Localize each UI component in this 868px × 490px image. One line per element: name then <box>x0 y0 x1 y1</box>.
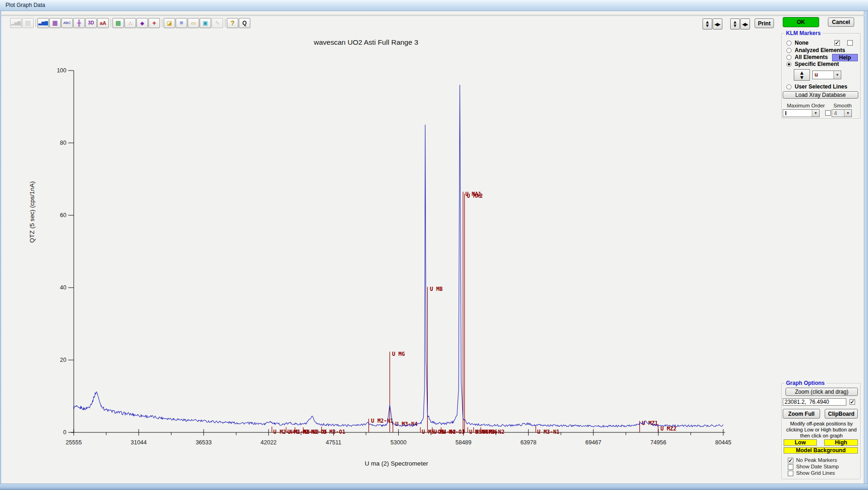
model-background-button[interactable]: Model Background <box>784 447 858 454</box>
radio-all-elements[interactable] <box>786 55 791 60</box>
klm-marker-label: U MB <box>430 286 443 292</box>
show-grid-lines-checkbox[interactable] <box>788 471 793 476</box>
none-checkbox-1[interactable] <box>834 40 840 46</box>
maximum-order-label: Maximum Order <box>787 103 825 108</box>
load-xray-database-button[interactable]: Load Xray Database <box>783 91 858 99</box>
plot-graph-data-window: Plot Graph Data ▂▅▇▤▃▆▇▦ABC╫3DaA▩∴◆+◪≡▭▣… <box>0 0 868 490</box>
x-tick-label: 80445 <box>715 439 732 446</box>
x-axis-label: U ma (2) Spectrometer <box>365 460 428 467</box>
show-grid-lines-label: Show Grid Lines <box>796 470 835 476</box>
x-tick-label: 63978 <box>520 439 537 446</box>
y-tick-label: 0 <box>63 429 66 436</box>
klm-marker-label: U M3-N2 <box>482 429 504 435</box>
radio-all-elements-label: All Elements <box>795 54 828 60</box>
clipboard-button[interactable]: ClipBoard <box>825 409 858 419</box>
spinner-arrows-icon: ▲▼ <box>799 71 805 80</box>
cursor-position-field[interactable] <box>783 398 846 406</box>
x-tick-label: 47511 <box>326 439 342 446</box>
ok-button[interactable]: OK <box>783 17 819 27</box>
element-spinner[interactable]: ▲▼ <box>794 69 810 81</box>
klm-marker-label: U MZ2 <box>661 425 677 432</box>
radio-none-label: None <box>795 40 809 46</box>
y-tick-label: 60 <box>60 212 66 218</box>
dropdown-arrow-icon[interactable]: ▼ <box>812 110 819 117</box>
chart-title: wavescan UO2 Asti Full Range 3 <box>313 38 419 46</box>
element-combobox-value: u <box>815 71 818 78</box>
dropdown-arrow-icon: ▼ <box>844 110 851 117</box>
help-button[interactable]: Help <box>832 54 858 61</box>
show-date-stamp-checkbox[interactable] <box>788 464 793 470</box>
no-peak-markers-label: No Peak Markers <box>796 457 837 463</box>
high-button[interactable]: High <box>824 439 858 446</box>
x-tick-label: 42022 <box>260 439 277 446</box>
offpeak-instructions-line3: then click on graph <box>782 433 861 438</box>
cancel-button[interactable]: Cancel <box>828 18 854 27</box>
radio-specific-element-label: Specific Element <box>795 61 839 67</box>
smooth-label: Smooth <box>833 103 852 108</box>
klm-marker-label: U MA2 <box>467 193 483 199</box>
graph-options-group: Graph Options Zoom (click and drag) Zoom… <box>781 383 861 479</box>
spectrum-chart[interactable]: 2555531044365334202247511530005848963978… <box>0 0 781 490</box>
klm-markers-group: KLM Markers None Analyzed Elements All E… <box>781 33 861 119</box>
x-tick-label: 53000 <box>390 439 407 446</box>
graph-options-group-label: Graph Options <box>784 380 827 386</box>
none-checkbox-2[interactable] <box>847 40 853 46</box>
maximum-order-value: I <box>785 110 786 117</box>
smooth-value: 4 <box>834 110 837 117</box>
klm-markers-group-label: KLM Markers <box>784 30 822 36</box>
klm-marker-label: U M3-O1 <box>323 429 346 435</box>
x-tick-label: 69467 <box>585 439 602 446</box>
x-tick-label: 36533 <box>195 439 212 446</box>
element-combobox[interactable]: u ▼ <box>812 71 841 79</box>
radio-analyzed-elements-label: Analyzed Elements <box>795 47 845 53</box>
low-button[interactable]: Low <box>784 439 817 446</box>
x-tick-label: 31044 <box>131 439 147 446</box>
klm-marker-label: U M4-O3 <box>443 429 465 435</box>
side-panel: OK Cancel KLM Markers None Analyzed Elem… <box>781 11 865 484</box>
y-tick-label: 20 <box>60 357 66 363</box>
radio-user-selected-lines[interactable] <box>786 84 791 89</box>
y-tick-label: 100 <box>57 67 66 74</box>
dropdown-arrow-icon[interactable]: ▼ <box>833 71 841 79</box>
radio-specific-element[interactable] <box>786 62 791 67</box>
y-tick-label: 80 <box>60 140 66 146</box>
show-date-stamp-label: Show Date Stamp <box>796 464 839 469</box>
zoom-full-button[interactable]: Zoom Full <box>783 409 820 419</box>
smooth-checkbox[interactable] <box>825 110 831 116</box>
x-tick-label: 74956 <box>650 439 667 446</box>
radio-user-selected-lines-label: User Selected Lines <box>795 83 847 90</box>
klm-marker-label: U M3-N1 <box>537 429 560 435</box>
cursor-tracking-checkbox[interactable] <box>850 399 855 405</box>
klm-marker-label: U M2-N1 <box>371 418 394 424</box>
x-tick-label: 58489 <box>455 439 472 446</box>
klm-marker-label: U MG <box>392 351 405 357</box>
radio-none[interactable] <box>786 41 791 46</box>
no-peak-markers-checkbox[interactable] <box>788 458 793 463</box>
offpeak-instructions-line1: Modify off-peak positions by <box>782 421 861 426</box>
smooth-combobox: 4 ▼ <box>832 109 852 117</box>
y-axis-label: QTZ (5 sec) (cps/1nA) <box>29 181 35 243</box>
x-tick-label: 25555 <box>66 439 82 446</box>
offpeak-instructions-line2: clicking Low or High button and <box>782 427 861 432</box>
y-tick-label: 40 <box>60 284 66 291</box>
zoom-click-drag-button[interactable]: Zoom (click and drag) <box>785 388 858 396</box>
radio-analyzed-elements[interactable] <box>786 48 791 53</box>
maximum-order-combobox[interactable]: I ▼ <box>783 109 820 117</box>
spectrum-line <box>74 85 723 427</box>
